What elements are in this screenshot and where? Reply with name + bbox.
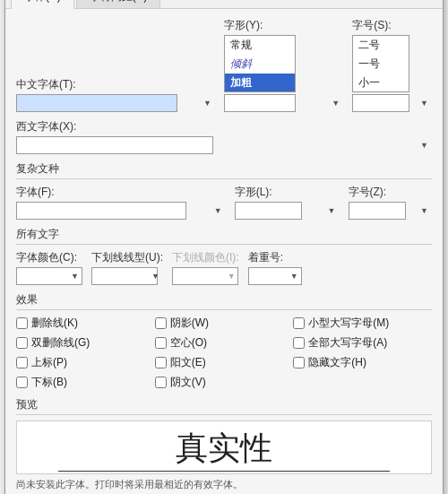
effect-strikethrough[interactable]: 删除线(K) (16, 316, 155, 331)
size-cn-item-2[interactable]: 小一 (353, 74, 409, 92)
size-cn-item-1[interactable]: 一号 (353, 55, 409, 74)
underline-label: 下划线线型(U): (91, 250, 163, 265)
emphasis-input[interactable]: (无) (248, 267, 302, 285)
style-select-wrapper: 加粗 ▼ (224, 94, 343, 112)
effects-section: 效果 删除线(K) 双删除线(G) 上标(P) (16, 292, 432, 390)
effects-label: 效果 (16, 292, 432, 310)
effect-all-caps[interactable]: 全部大写字母(A) (293, 335, 432, 351)
style-item-bold[interactable]: 加粗 (225, 74, 295, 92)
preview-box: 真实性 (16, 420, 432, 474)
preview-text: 真实性 (176, 423, 272, 474)
complex-size-select-wrapper: 二号 ▼ (349, 202, 432, 220)
western-font-label: 西文字体(X): (16, 119, 432, 134)
effect-engrave[interactable]: 阴文(V) (155, 375, 294, 390)
effect-subscript-checkbox[interactable] (16, 377, 28, 388)
underline-color-select-wrapper: 自动 ▼ (172, 267, 239, 285)
underline-color-label: 下划线颜色(I): (172, 250, 239, 265)
preview-label: 预览 (16, 397, 432, 415)
style-item-regular[interactable]: 常规 (225, 36, 295, 55)
effect-strikethrough-checkbox[interactable] (16, 317, 28, 329)
effect-shadow-checkbox[interactable] (155, 317, 167, 329)
size-cn-label: 字号(S): (352, 18, 432, 33)
effect-emboss[interactable]: 阳文(E) (155, 355, 294, 370)
style-input[interactable]: 加粗 (224, 94, 296, 112)
complex-section: 复杂文种 字体(F): Times New Roman ▼ 字形(L): 常规 … (16, 161, 432, 220)
color-group: 字体颜色(C): 自动 ▼ (16, 250, 82, 285)
chinese-font-group: 中文字体(T): +中文正文 ▼ (16, 77, 215, 112)
underline-select-wrapper: (无) ▼ (91, 267, 163, 285)
effect-small-caps[interactable]: 小型大写字母(M) (293, 316, 432, 331)
effect-double-strikethrough-checkbox[interactable] (16, 337, 28, 349)
emphasis-select-wrapper: (无) ▼ (248, 267, 302, 285)
effects-row: 删除线(K) 双删除线(G) 上标(P) 下标(B) (16, 316, 432, 390)
font-dialog: W 字体 ─ □ × 字体(N) 字符间距(R) 中文字体(T): +中文正文 … (4, 0, 444, 494)
complex-font-select-wrapper: Times New Roman ▼ (16, 202, 226, 220)
complex-row: 字体(F): Times New Roman ▼ 字形(L): 常规 ▼ 字号(… (16, 185, 432, 220)
complex-style-select-wrapper: 常规 ▼ (235, 202, 340, 220)
preview-underline (58, 471, 390, 472)
effect-superscript-checkbox[interactable] (16, 357, 28, 368)
tab-bar: 字体(N) 字符间距(R) (5, 0, 443, 9)
chinese-font-input[interactable]: +中文正文 (16, 94, 177, 112)
effect-emboss-checkbox[interactable] (155, 357, 167, 368)
emphasis-group: 着重号: (无) ▼ (248, 250, 302, 285)
effect-superscript[interactable]: 上标(P) (16, 355, 155, 370)
effects-col-2: 阴影(W) 空心(O) 阳文(E) 阴文(V) (155, 316, 294, 390)
size-cn-input[interactable]: 二号 (352, 94, 409, 112)
effect-shadow[interactable]: 阴影(W) (155, 316, 294, 331)
complex-font-group: 字体(F): Times New Roman ▼ (16, 185, 226, 220)
underline-color-input[interactable]: 自动 (172, 267, 238, 285)
preview-section: 预览 真实性 尚未安装此字体。打印时将采用最相近的有效字体。 (16, 397, 432, 491)
color-input[interactable]: 自动 (16, 267, 82, 285)
chinese-font-label: 中文字体(T): (16, 77, 215, 92)
emphasis-label: 着重号: (248, 250, 302, 265)
complex-style-label: 字形(L): (235, 185, 340, 200)
complex-style-input[interactable]: 常规 (235, 202, 302, 220)
tab-font[interactable]: 字体(N) (11, 0, 74, 9)
all-text-row: 字体颜色(C): 自动 ▼ 下划线线型(U): (无) ▼ 下划线颜色(I): (16, 250, 432, 285)
effect-subscript[interactable]: 下标(B) (16, 375, 155, 390)
complex-style-group: 字形(L): 常规 ▼ (235, 185, 340, 220)
western-font-input[interactable]: (使用中文字体) (16, 136, 213, 154)
style-group: 字形(Y): 常规 倾斜 加粗 加粗 ▼ (224, 18, 343, 112)
effect-hidden-checkbox[interactable] (293, 357, 305, 368)
complex-label: 复杂文种 (16, 161, 432, 179)
effect-outline-checkbox[interactable] (155, 337, 167, 349)
style-list[interactable]: 常规 倾斜 加粗 (224, 35, 296, 92)
western-font-select-wrapper: (使用中文字体) ▼ (16, 136, 432, 154)
complex-font-input[interactable]: Times New Roman (16, 202, 186, 220)
size-cn-arrow-icon: ▼ (420, 99, 428, 108)
style-label: 字形(Y): (224, 18, 343, 33)
size-cn-list[interactable]: 二号 一号 小一 (352, 35, 409, 92)
effect-engrave-checkbox[interactable] (155, 377, 167, 388)
effect-all-caps-checkbox[interactable] (293, 337, 305, 349)
complex-size-arrow-icon: ▼ (420, 206, 428, 215)
effect-outline[interactable]: 空心(O) (155, 335, 294, 351)
effects-col-3: 小型大写字母(M) 全部大写字母(A) 隐藏文字(H) (293, 316, 432, 370)
tab-spacing[interactable]: 字符间距(R) (76, 0, 161, 8)
complex-font-label: 字体(F): (16, 185, 226, 200)
preview-note: 尚未安装此字体。打印时将采用最相近的有效字体。 (16, 478, 432, 491)
style-arrow-icon: ▼ (332, 99, 340, 108)
color-select-wrapper: 自动 ▼ (16, 267, 82, 285)
complex-size-label: 字号(Z): (349, 185, 432, 200)
style-item-italic[interactable]: 倾斜 (225, 55, 295, 74)
all-text-label: 所有文字 (16, 227, 432, 245)
size-cn-select-wrapper: 二号 ▼ (352, 94, 432, 112)
effect-double-strikethrough[interactable]: 双删除线(G) (16, 335, 155, 351)
complex-style-arrow-icon: ▼ (328, 206, 336, 215)
effect-small-caps-checkbox[interactable] (293, 317, 305, 329)
color-label: 字体颜色(C): (16, 250, 82, 265)
all-text-section: 所有文字 字体颜色(C): 自动 ▼ 下划线线型(U): (无) ▼ (16, 227, 432, 285)
font-row: 中文字体(T): +中文正文 ▼ 字形(Y): 常规 倾斜 加粗 加粗 ▼ (16, 18, 432, 112)
underline-input[interactable]: (无) (91, 267, 158, 285)
size-cn-item-0[interactable]: 二号 (353, 36, 409, 55)
underline-group: 下划线线型(U): (无) ▼ (91, 250, 163, 285)
complex-size-input[interactable]: 二号 (349, 202, 406, 220)
complex-font-arrow-icon: ▼ (214, 206, 222, 215)
effects-col-1: 删除线(K) 双删除线(G) 上标(P) 下标(B) (16, 316, 155, 390)
effect-hidden[interactable]: 隐藏文字(H) (293, 355, 432, 370)
western-font-arrow-icon: ▼ (420, 141, 428, 150)
underline-color-group: 下划线颜色(I): 自动 ▼ (172, 250, 239, 285)
dialog-content: 中文字体(T): +中文正文 ▼ 字形(Y): 常规 倾斜 加粗 加粗 ▼ (5, 9, 443, 495)
